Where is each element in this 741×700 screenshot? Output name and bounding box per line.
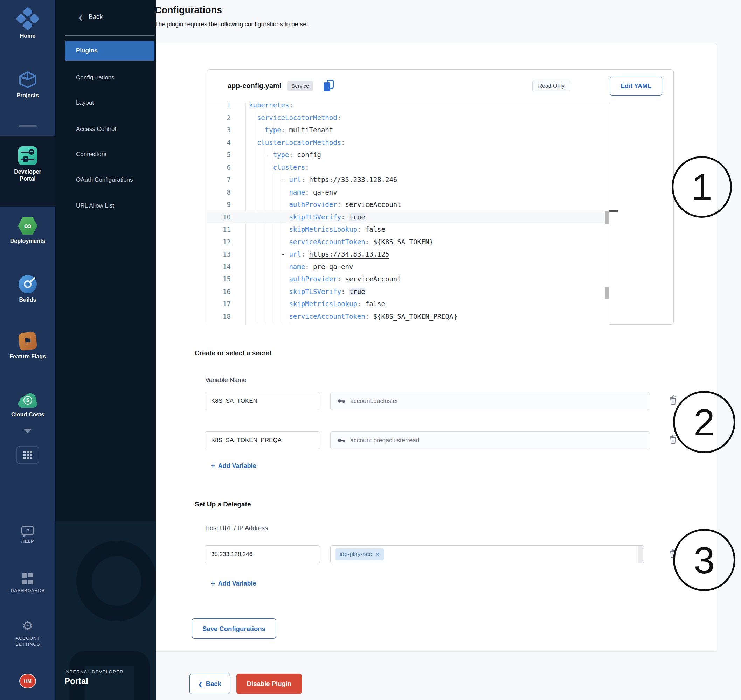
avatar: HM [19,674,36,688]
line-number: 7 [207,174,242,186]
dashboards-icon [22,573,33,584]
delegate-section-heading: Set Up a Delegate [195,500,251,508]
page-title: Configurations [155,5,222,16]
chevron-left-icon: ❮ [198,681,203,687]
host-url-input[interactable] [205,545,320,563]
line-number: 14 [207,261,242,274]
yaml-code-viewer[interactable]: 1kubernetes:2 serviceLocatorMethod:3 typ… [207,102,609,325]
rail-item-home[interactable]: Home [0,10,55,40]
sidebar-item-oauth-configurations[interactable]: OAuth Configurations [55,172,156,188]
back-button[interactable]: ❮Back [190,674,230,694]
add-host-button[interactable]: + Add Variable [211,579,256,588]
sidebar-item-layout[interactable]: Layout [55,95,156,110]
rail-item-projects[interactable]: Projects [0,71,55,99]
host-url-label: Host URL / IP Address [205,525,268,532]
yaml-line: 16 skipTLSVerify: true [207,285,609,298]
sidebar-item-plugins[interactable]: Plugins [65,41,155,60]
chevron-left-icon: ❮ [78,13,84,21]
module-picker-button[interactable] [0,446,55,464]
yaml-line: 10 skipTLSVerify: true [207,211,609,224]
key-icon [337,397,346,406]
line-number: 10 [207,212,242,223]
rail-item-builds[interactable]: Builds [0,275,55,303]
rail-item-help[interactable]: ? HELP [0,526,55,544]
yaml-editor-header: app-config.yaml Service Read Only Edit Y… [207,70,673,102]
service-badge: Service [287,81,313,91]
plus-icon: + [211,579,215,588]
read-only-badge: Read Only [532,80,570,92]
rail-item-label: HELP [21,538,34,544]
rail-expand-toggle[interactable] [0,429,55,433]
yaml-line: 4 clusterLocatorMethods: [207,137,609,149]
plugin-settings-sidebar: ❮ Back Plugins Configurations Layout Acc… [55,0,156,700]
scrollbar-thumb[interactable] [605,287,608,299]
module-grid-icon [16,446,39,464]
secret-selector[interactable]: account.preqaclusterread [330,431,650,449]
line-number: 15 [207,273,242,285]
rail-item-cloud-costs[interactable]: $ Cloud Costs [0,393,55,418]
yaml-filename: app-config.yaml [228,82,281,90]
secret-selector[interactable]: account.qacluster [330,392,650,410]
rail-item-deployments[interactable]: ∞ Deployments [0,217,55,245]
rail-item-account-settings[interactable]: ⚙ ACCOUNTSETTINGS [0,619,55,647]
copy-icon[interactable] [324,80,335,92]
yaml-line: 9 authProvider: serviceAccount [207,199,609,211]
line-number: 12 [207,236,242,249]
variable-name-input[interactable] [205,392,320,410]
builds-icon [19,275,37,293]
sidebar-item-configurations[interactable]: Configurations [55,70,156,85]
sidebar-decor-ring [77,541,156,621]
product-branding: INTERNAL DEVELOPER Portal [65,669,124,686]
yaml-line: 7 - url: https://35.233.128.246 [207,174,609,186]
edit-yaml-button[interactable]: Edit YAML [610,76,662,96]
main-content: Configurations The plugin requires the f… [156,0,741,700]
help-icon: ? [21,526,34,535]
yaml-line: 3 type: multiTenant [207,124,609,137]
line-number: 11 [207,223,242,236]
rail-item-label: Deployments [10,238,45,245]
sidebar-item-connectors[interactable]: Connectors [55,147,156,162]
sidebar-item-url-allow-list[interactable]: URL Allow List [55,198,156,213]
rail-item-developer-portal[interactable]: DeveloperPortal [0,146,55,182]
save-configurations-button[interactable]: Save Configurations [192,618,276,639]
line-number: 1 [207,102,242,112]
yaml-line: 11 skipMetricsLookup: false [207,223,609,236]
rail-item-label: Builds [19,296,37,303]
rail-item-label: Feature Flags [9,353,46,360]
sidebar-divider [65,35,155,36]
line-number: 3 [207,124,242,137]
tag-field-scrollbar[interactable] [638,546,643,563]
back-nav-link[interactable]: ❮ Back [55,10,156,25]
sidebar-item-access-control[interactable]: Access Control [55,121,156,137]
rail-item-feature-flags[interactable]: ⚑ Feature Flags [0,332,55,360]
gear-icon: ⚙ [22,619,33,632]
projects-cube-icon [18,71,37,89]
disable-plugin-button[interactable]: Disable Plugin [236,674,302,694]
module-rail: Home Projects DeveloperPortal ∞ Deployme… [0,0,55,700]
feature-flags-icon: ⚑ [18,332,37,351]
line-number: 13 [207,248,242,261]
user-avatar-button[interactable]: HM [0,674,55,688]
scrollbar-thumb[interactable] [605,211,608,224]
remove-tag-icon[interactable]: ✕ [375,551,380,558]
yaml-line: 12 serviceAccountToken: ${K8S_SA_TOKEN} [207,236,609,249]
variable-name-input[interactable] [205,431,320,449]
yaml-line: 18 serviceAccountToken: ${K8S_SA_TOKEN_P… [207,310,609,323]
annotation-circle-1: 1 [672,156,732,218]
delete-variable-button[interactable] [668,394,678,406]
add-variable-button[interactable]: + Add Variable [211,461,256,471]
page-subtitle: The plugin requires the following config… [155,21,310,28]
line-number: 2 [207,112,242,124]
line-number: 4 [207,137,242,149]
yaml-line: 2 serviceLocatorMethod: [207,112,609,124]
line-number: 8 [207,186,242,199]
line-number: 17 [207,298,242,310]
rail-item-dashboards[interactable]: DASHBOARDS [0,573,55,594]
cloud-costs-icon: $ [17,393,38,408]
line-number: 18 [207,310,242,323]
line-number: 5 [207,149,242,161]
rail-divider [19,125,37,127]
rail-item-label: DeveloperPortal [9,168,47,182]
delegate-tags-field[interactable]: idp-play-acc ✕ [330,545,644,563]
line-number: 16 [207,285,242,298]
